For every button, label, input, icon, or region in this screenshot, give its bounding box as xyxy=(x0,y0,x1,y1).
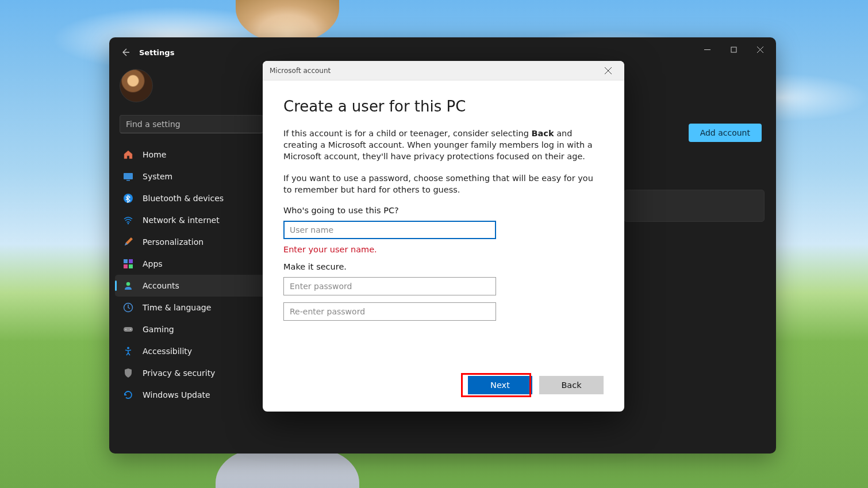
nav-item-label: Network & internet xyxy=(143,216,220,225)
svg-rect-8 xyxy=(124,259,128,263)
nav-item-bluetooth[interactable]: Bluetooth & devices xyxy=(115,187,268,209)
close-icon xyxy=(605,67,612,74)
desktop-wallpaper: Settings Home System Bluetooth & devices… xyxy=(0,0,868,488)
nav-item-label: Accounts xyxy=(143,281,179,290)
nav-item-network[interactable]: Network & internet xyxy=(115,209,268,231)
nav-item-accessibility[interactable]: Accessibility xyxy=(115,340,268,362)
home-icon xyxy=(123,149,133,160)
nav-item-label: Apps xyxy=(143,259,163,268)
wallpaper-figure-body xyxy=(216,448,359,488)
svg-rect-5 xyxy=(126,180,130,181)
dialog-password-hint: If you want to use a password, choose so… xyxy=(283,172,604,195)
close-button[interactable] xyxy=(747,40,773,59)
dialog-title: Create a user for this PC xyxy=(283,98,604,115)
back-button-dialog[interactable]: Back xyxy=(539,376,604,394)
dialog-header: Microsoft account xyxy=(263,61,624,80)
content-card[interactable] xyxy=(624,190,765,222)
close-icon xyxy=(757,47,763,53)
dialog-intro-text: If this account is for a child or teenag… xyxy=(283,128,604,162)
username-section-label: Who's going to use this PC? xyxy=(283,206,604,215)
nav-item-accounts[interactable]: Accounts xyxy=(115,275,268,297)
intro-text-bold: Back xyxy=(531,129,554,138)
nav-item-label: Windows Update xyxy=(143,390,210,399)
user-avatar[interactable] xyxy=(120,69,153,102)
svg-point-17 xyxy=(127,347,129,349)
svg-rect-4 xyxy=(124,173,133,179)
maximize-button[interactable] xyxy=(720,40,747,59)
nav-item-personalization[interactable]: Personalization xyxy=(115,231,268,253)
username-error: Enter your user name. xyxy=(283,245,604,254)
password-section-label: Make it secure. xyxy=(283,262,604,271)
create-user-dialog: Microsoft account Create a user for this… xyxy=(263,61,624,412)
settings-nav: Home System Bluetooth & devices Network … xyxy=(115,144,268,406)
arrow-left-icon xyxy=(121,48,130,57)
nav-item-system[interactable]: System xyxy=(115,166,268,187)
svg-point-12 xyxy=(126,282,130,286)
nav-item-home[interactable]: Home xyxy=(115,144,268,166)
nav-item-label: Gaming xyxy=(143,325,174,334)
dialog-header-title: Microsoft account xyxy=(270,67,331,75)
svg-rect-11 xyxy=(129,264,133,268)
nav-item-label: Accessibility xyxy=(143,347,192,356)
gamepad-icon xyxy=(123,324,133,335)
update-icon xyxy=(123,390,133,400)
next-button[interactable]: Next xyxy=(468,376,532,394)
password-confirm-input[interactable] xyxy=(283,302,496,321)
svg-rect-10 xyxy=(124,264,128,268)
nav-item-windows-update[interactable]: Windows Update xyxy=(115,384,268,406)
username-input[interactable] xyxy=(283,221,496,239)
nav-item-label: Personalization xyxy=(143,237,203,247)
search-input[interactable] xyxy=(126,120,257,129)
nav-item-label: Bluetooth & devices xyxy=(143,194,224,203)
nav-item-time-language[interactable]: Time & language xyxy=(115,297,268,318)
password-input[interactable] xyxy=(283,277,496,295)
system-icon xyxy=(123,171,133,182)
nav-item-apps[interactable]: Apps xyxy=(115,253,268,275)
svg-rect-1 xyxy=(731,47,736,52)
svg-point-7 xyxy=(128,223,129,225)
wifi-icon xyxy=(123,215,133,225)
minimize-icon xyxy=(704,47,710,53)
maximize-icon xyxy=(731,47,737,53)
nav-item-label: Home xyxy=(143,150,166,159)
add-account-button[interactable]: Add account xyxy=(689,124,762,142)
svg-point-16 xyxy=(130,329,131,330)
clock-globe-icon xyxy=(123,302,133,313)
nav-item-privacy[interactable]: Privacy & security xyxy=(115,362,268,384)
accessibility-icon xyxy=(123,346,133,356)
bluetooth-icon xyxy=(123,193,133,203)
nav-item-label: Time & language xyxy=(143,303,211,312)
back-button[interactable] xyxy=(120,47,131,58)
shield-icon xyxy=(123,368,133,378)
person-icon xyxy=(123,280,133,291)
brush-icon xyxy=(123,237,133,247)
window-title: Settings xyxy=(139,48,174,57)
search-box[interactable] xyxy=(120,115,263,133)
apps-icon xyxy=(123,259,133,269)
nav-item-gaming[interactable]: Gaming xyxy=(115,318,268,340)
dialog-close-button[interactable] xyxy=(596,61,621,80)
svg-rect-9 xyxy=(129,259,133,263)
nav-item-label: System xyxy=(143,172,172,181)
svg-rect-14 xyxy=(124,327,133,332)
intro-text-a: If this account is for a child or teenag… xyxy=(283,129,531,138)
svg-point-15 xyxy=(125,329,126,330)
nav-item-label: Privacy & security xyxy=(143,368,215,378)
window-controls xyxy=(694,40,773,59)
minimize-button[interactable] xyxy=(694,40,720,59)
